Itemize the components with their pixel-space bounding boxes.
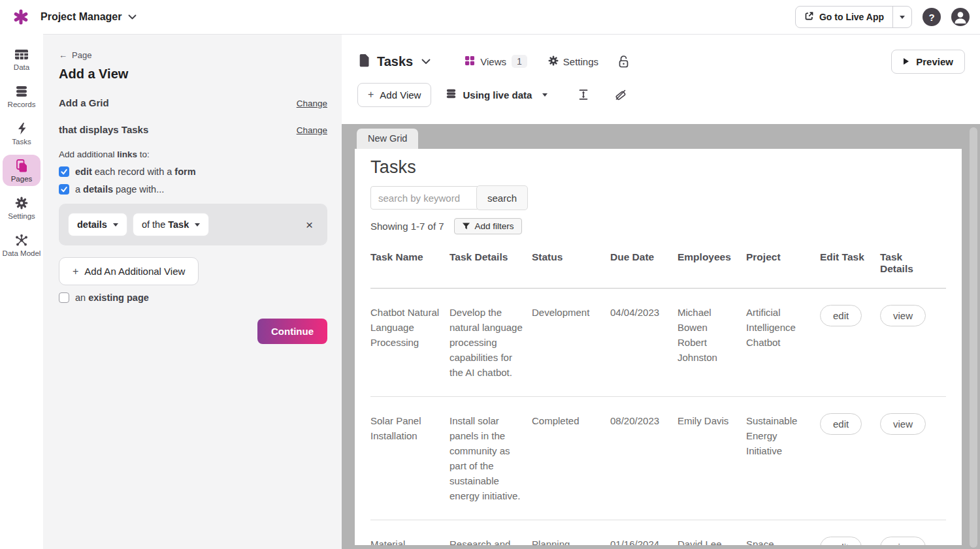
of-the-task-select[interactable]: of the Task <box>133 213 209 236</box>
page-settings-button[interactable]: Settings <box>548 55 598 68</box>
search-button[interactable]: search <box>476 185 528 210</box>
scrollbar-thumb[interactable] <box>970 127 977 548</box>
add-view-label: Add View <box>380 89 421 101</box>
table-icon <box>14 47 29 61</box>
panel-title: Add a View <box>59 67 327 82</box>
displays-row: that displays Tasks Change <box>59 124 327 135</box>
cell-status: Development <box>532 289 610 396</box>
add-view-button[interactable]: + Add View <box>357 83 431 107</box>
column-header: Due Date <box>610 243 678 288</box>
edit-form-checkbox-row[interactable]: edit each record with a form <box>59 166 327 177</box>
search-row: search <box>370 186 946 210</box>
lock-icon[interactable] <box>618 55 629 69</box>
grid-type-label: Add a Grid <box>59 97 109 108</box>
add-view-panel: ← Page Add a View Add a Grid Change that… <box>43 35 342 549</box>
data-model-icon <box>14 233 29 247</box>
back-arrow-icon: ← <box>59 50 67 60</box>
checkbox-label: a details page with... <box>75 184 164 195</box>
views-button[interactable]: Views 1 <box>465 55 527 68</box>
preview-canvas: New Grid Tasks search Showing 1-7 of 7 A… <box>342 124 980 549</box>
add-links-intro: Add additional links to: <box>59 149 327 159</box>
page-file-icon <box>359 54 370 70</box>
add-additional-view-label: Add An Additional View <box>84 266 185 277</box>
existing-page-checkbox-row[interactable]: an existing page <box>59 292 327 303</box>
sidebar-item-records[interactable]: Records <box>3 80 41 112</box>
checkbox-checked[interactable] <box>59 166 69 177</box>
sidebar-item-label: Settings <box>8 212 35 220</box>
cell-task-details: Install solar panels in the community as… <box>449 397 532 520</box>
views-grid-icon <box>465 55 475 68</box>
column-header: Project <box>746 243 820 288</box>
column-header: Employees <box>678 243 746 288</box>
table-row: Solar Panel Installation Install solar p… <box>370 397 946 520</box>
checkbox-checked[interactable] <box>59 184 69 195</box>
back-to-page-link[interactable]: ← Page <box>59 50 327 60</box>
clear-styles-icon[interactable] <box>614 88 627 101</box>
edit-button[interactable]: edit <box>820 413 862 435</box>
app-title-chevron-icon[interactable] <box>128 14 137 20</box>
cell-view: view <box>880 397 946 520</box>
live-app-dropdown-caret[interactable] <box>892 7 911 27</box>
grid-title: Tasks <box>370 157 946 178</box>
views-label: Views <box>480 56 506 67</box>
data-source-dropdown[interactable]: Using live data <box>446 89 547 101</box>
help-button[interactable]: ? <box>923 8 941 26</box>
cell-task-name: Chatbot Natural Language Processing <box>370 289 449 396</box>
cell-edit: edit <box>820 289 880 396</box>
user-avatar[interactable] <box>951 8 970 26</box>
sidebar-item-settings[interactable]: Settings <box>3 192 41 223</box>
details-page-checkbox-row[interactable]: a details page with... <box>59 184 327 195</box>
continue-button[interactable]: Continue <box>257 319 327 344</box>
column-header: Edit Task <box>820 243 880 288</box>
settings-label: Settings <box>563 56 598 67</box>
app-logo-asterisk-icon[interactable] <box>12 8 30 26</box>
sidebar-item-data[interactable]: Data <box>3 43 41 74</box>
add-filters-button[interactable]: Add filters <box>454 218 522 234</box>
view-button[interactable]: view <box>880 537 926 545</box>
cell-employees: Emily Davis <box>678 397 746 520</box>
fit-height-icon[interactable] <box>578 89 589 101</box>
cell-status: Completed <box>532 397 610 520</box>
view-button[interactable]: view <box>880 305 926 326</box>
search-input[interactable] <box>370 186 478 210</box>
showing-count: Showing 1-7 of 7 <box>370 221 444 232</box>
edit-button[interactable]: edit <box>820 305 862 326</box>
caret-down-icon <box>542 93 547 97</box>
details-type-select[interactable]: details <box>68 213 127 236</box>
close-icon[interactable]: × <box>301 219 318 231</box>
plus-icon: + <box>73 266 78 277</box>
cell-task-name: Solar Panel Installation <box>370 397 449 520</box>
help-question-icon: ? <box>928 12 934 23</box>
sidebar-item-pages[interactable]: Pages <box>3 155 41 186</box>
details-view-config-box: details of the Task × <box>59 204 327 245</box>
table-row: Chatbot Natural Language Processing Deve… <box>370 289 946 397</box>
person-icon <box>951 8 970 26</box>
checkbox-label: edit each record with a form <box>75 166 196 177</box>
cell-task-details: Research and <box>449 520 532 545</box>
checkbox-unchecked[interactable] <box>59 292 69 303</box>
change-displays-link[interactable]: Change <box>297 125 327 135</box>
sidebar-item-tasks[interactable]: Tasks <box>3 118 41 149</box>
results-summary-row: Showing 1-7 of 7 Add filters <box>370 218 946 234</box>
cell-employees: Michael Bowen Robert Johnston <box>678 289 746 396</box>
top-bar: Project Manager Go to Live App <box>0 0 980 34</box>
add-additional-view-button[interactable]: + Add An Additional View <box>59 257 199 285</box>
preview-label: Preview <box>916 56 953 67</box>
go-to-live-app-button[interactable]: Go to Live App <box>795 6 912 28</box>
caret-down-icon <box>195 223 200 227</box>
views-count-badge: 1 <box>512 55 527 68</box>
topbar-actions: Go to Live App ? <box>795 6 970 28</box>
page-title-chevron-icon[interactable] <box>421 59 431 65</box>
edit-button[interactable]: edit <box>820 537 862 545</box>
go-to-live-app-label: Go to Live App <box>819 12 884 22</box>
sidebar-item-label: Records <box>8 101 36 108</box>
view-button[interactable]: view <box>880 413 926 435</box>
check-icon <box>60 185 68 193</box>
new-grid-tab[interactable]: New Grid <box>357 129 418 149</box>
cell-due-date: 01/16/2024 <box>610 520 678 545</box>
sidebar-item-data-model[interactable]: Data Model <box>3 229 41 260</box>
change-grid-link[interactable]: Change <box>297 99 327 108</box>
plus-icon: + <box>368 89 374 100</box>
vertical-scrollbar[interactable] <box>968 127 979 548</box>
preview-button[interactable]: Preview <box>891 50 965 74</box>
